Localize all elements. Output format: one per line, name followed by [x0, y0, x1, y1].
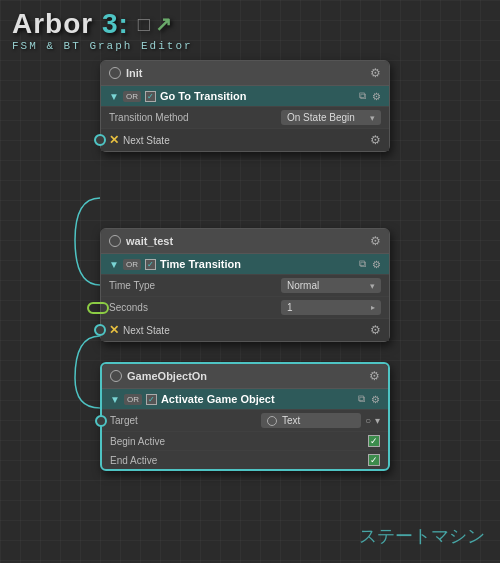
go-target-value[interactable]: Text	[261, 413, 361, 428]
go-target-circle[interactable]: ○	[365, 415, 371, 426]
init-next-gear-icon[interactable]: ⚙	[370, 133, 381, 147]
node-init-header: Init ⚙	[101, 61, 389, 86]
go-gear-icon[interactable]: ⚙	[371, 394, 380, 405]
init-method-arrow: ▾	[370, 113, 375, 123]
node-go-header-left: GameObjectOn	[110, 370, 207, 382]
title-arbor: Arbor	[12, 8, 102, 40]
wait-seconds-label: Seconds	[109, 302, 189, 313]
init-or-badge: OR	[123, 91, 141, 102]
go-or-badge: OR	[124, 394, 142, 405]
go-checkbox[interactable]	[146, 394, 157, 405]
title-three: 3:	[102, 8, 138, 40]
node-gameobjecton: GameObjectOn ⚙ ▼ OR Activate Game Object…	[100, 362, 390, 471]
go-target-obj-icon	[267, 416, 277, 426]
init-copy-icon[interactable]: ⧉	[359, 90, 366, 102]
wait-time-arrow: ▾	[370, 281, 375, 291]
go-triangle-icon: ▼	[110, 394, 120, 405]
title-logo: □	[138, 13, 151, 36]
wait-gear-icon[interactable]: ⚙	[372, 259, 381, 270]
wait-transition-title: Time Transition	[160, 258, 353, 270]
wait-time-type-value[interactable]: Normal ▾	[281, 278, 381, 293]
node-init-icon	[109, 67, 121, 79]
node-init: Init ⚙ ▼ OR Go To Transition ⧉ ⚙ Transit…	[100, 60, 390, 152]
wait-input-port[interactable]	[87, 302, 109, 314]
go-end-active-label: End Active	[110, 455, 190, 466]
init-gear-icon[interactable]: ⚙	[372, 91, 381, 102]
node-wait-icon	[109, 235, 121, 247]
go-copy-icon[interactable]: ⧉	[358, 393, 365, 405]
go-target-obj-text: Text	[282, 415, 300, 426]
wait-or-badge: OR	[123, 259, 141, 270]
wait-time-type-label: Time Type	[109, 280, 189, 291]
wait-checkbox[interactable]	[145, 259, 156, 270]
init-method-label: Transition Method	[109, 112, 189, 123]
node-go-header: GameObjectOn ⚙	[102, 364, 388, 389]
header: Arbor 3: □ ↗ FSM & BT Graph Editor	[0, 0, 500, 56]
app-subtitle: FSM & BT Graph Editor	[12, 40, 488, 52]
wait-time-type-field: Time Type Normal ▾	[101, 275, 389, 297]
init-x-icon: ✕	[109, 133, 119, 147]
node-go-icon	[110, 370, 122, 382]
init-method-field: Transition Method On State Begin ▾	[101, 107, 389, 129]
wait-seconds-dot: ▸	[371, 303, 375, 312]
node-go-gear-icon[interactable]: ⚙	[369, 369, 380, 383]
node-init-title: Init	[126, 67, 143, 79]
title-arrow: ↗	[155, 12, 173, 36]
wait-transition-row: ▼ OR Time Transition ⧉ ⚙	[101, 254, 389, 275]
init-next-state-label: ✕ Next State	[109, 133, 170, 147]
init-triangle-icon: ▼	[109, 91, 119, 102]
init-output-port[interactable]	[94, 134, 106, 146]
go-target-arrow: ▾	[375, 415, 380, 426]
wait-next-state-row: ✕ Next State ⚙	[101, 319, 389, 341]
japanese-text: ステートマシン	[359, 524, 485, 548]
go-target-field: Target Text ○ ▾	[102, 410, 388, 432]
init-checkbox[interactable]	[145, 91, 156, 102]
node-go-title: GameObjectOn	[127, 370, 207, 382]
go-target-label: Target	[110, 415, 190, 426]
wait-triangle-icon: ▼	[109, 259, 119, 270]
wait-seconds-value[interactable]: 1 ▸	[281, 300, 381, 315]
go-begin-active-label: Begin Active	[110, 436, 190, 447]
node-wait-title: wait_test	[126, 235, 173, 247]
node-wait-header-left: wait_test	[109, 235, 173, 247]
go-begin-active-checkbox[interactable]	[368, 435, 380, 447]
node-init-header-left: Init	[109, 67, 143, 79]
node-wait-header: wait_test ⚙	[101, 229, 389, 254]
init-next-state-row: ✕ Next State ⚙	[101, 129, 389, 151]
node-wait-test: wait_test ⚙ ▼ OR Time Transition ⧉ ⚙ Tim…	[100, 228, 390, 342]
go-input-port[interactable]	[95, 415, 107, 427]
node-init-gear-icon[interactable]: ⚙	[370, 66, 381, 80]
wait-next-state-label: ✕ Next State	[109, 323, 170, 337]
init-method-value[interactable]: On State Begin ▾	[281, 110, 381, 125]
go-transition-row: ▼ OR Activate Game Object ⧉ ⚙	[102, 389, 388, 410]
go-target-right: Text ○ ▾	[261, 413, 380, 428]
go-transition-title: Activate Game Object	[161, 393, 352, 405]
go-end-active-checkbox[interactable]	[368, 454, 380, 466]
app-title: Arbor 3: □ ↗	[12, 8, 488, 40]
wait-seconds-field: Seconds 1 ▸	[101, 297, 389, 319]
node-wait-gear-icon[interactable]: ⚙	[370, 234, 381, 248]
wait-next-gear-icon[interactable]: ⚙	[370, 323, 381, 337]
init-transition-row: ▼ OR Go To Transition ⧉ ⚙	[101, 86, 389, 107]
wait-copy-icon[interactable]: ⧉	[359, 258, 366, 270]
wait-output-port[interactable]	[94, 324, 106, 336]
go-begin-active-field: Begin Active	[102, 432, 388, 451]
go-end-active-field: End Active	[102, 451, 388, 469]
wait-x-icon: ✕	[109, 323, 119, 337]
init-transition-title: Go To Transition	[160, 90, 353, 102]
